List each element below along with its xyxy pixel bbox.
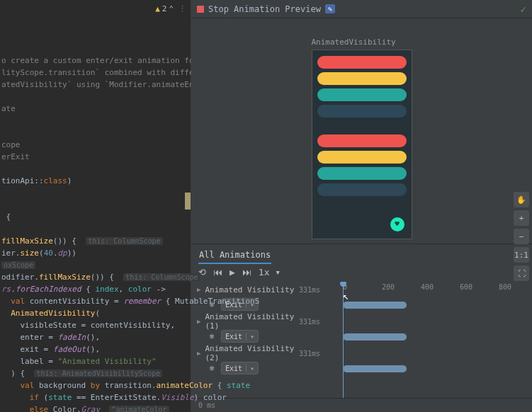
zoom-out-button[interactable]: − xyxy=(514,229,529,244)
bar-yellow-2 xyxy=(317,151,407,164)
stop-animation-button[interactable]: Stop Animation Preview xyxy=(208,4,321,14)
code-block[interactable]: o create a custom enter/exit animation f… xyxy=(0,42,191,412)
bar-slate xyxy=(317,105,407,118)
stop-icon[interactable] xyxy=(197,6,204,13)
track-item: ▶ Animated Visibility (2) 331ms ❄ Exit▾ xyxy=(197,347,326,374)
track-item: ▶ Animated Visibility (1) 331ms ❄ Exit▾ xyxy=(197,315,326,343)
bar-teal xyxy=(317,88,407,101)
preview-canvas[interactable]: AnimatedVisibility ♥ ✋ + − 1:1 ⛶ xyxy=(191,18,532,244)
chevron-right-icon: ▶ xyxy=(197,350,200,357)
playback-controls: ⟲ ⏮ ▶ ⏭ 1x ▾ xyxy=(191,264,532,282)
device-frame: ♥ xyxy=(312,50,412,239)
play-button[interactable]: ▶ xyxy=(230,267,235,277)
preview-pane: Stop Animation Preview ✎ ✓ AnimatedVisib… xyxy=(191,0,532,412)
step-forward-button[interactable]: ⏭ xyxy=(242,267,251,277)
timeline-ruler[interactable]: 0 200 400 600 800 1000 xyxy=(326,282,532,296)
device-preview: AnimatedVisibility ♥ xyxy=(312,38,412,239)
bar-yellow xyxy=(317,72,407,85)
tab-all-animations[interactable]: All Animations xyxy=(198,247,271,264)
bar-red xyxy=(317,56,407,69)
edit-icon[interactable]: ✎ xyxy=(325,4,335,13)
warning-icon: ▲ xyxy=(155,4,160,13)
bar-slate-2 xyxy=(317,183,407,196)
bar-teal-2 xyxy=(317,167,407,180)
preview-toolbar: Stop Animation Preview ✎ ✓ xyxy=(191,0,532,18)
zoom-in-button[interactable]: + xyxy=(514,210,529,226)
chevron-right-icon: ▶ xyxy=(197,286,200,293)
inspection-caret: ⌃ xyxy=(169,4,174,13)
state-selector[interactable]: Exit▾ xyxy=(221,362,259,374)
track-bar[interactable] xyxy=(343,333,407,341)
speed-selector[interactable]: 1x ▾ xyxy=(259,267,281,277)
preview-label: AnimatedVisibility xyxy=(312,38,412,47)
bar-red-2 xyxy=(317,135,407,147)
zoom-reset-button[interactable]: 1:1 xyxy=(514,247,529,263)
inspection-widget[interactable]: ▲ 2 ⌃ ⋮ xyxy=(155,4,186,13)
code-editor[interactable]: ▲ 2 ⌃ ⋮ o create a custom enter/exit ani… xyxy=(0,0,191,412)
fab-heart[interactable]: ♥ xyxy=(390,217,404,231)
inspection-menu-icon: ⋮ xyxy=(179,4,186,13)
pan-tool[interactable]: ✋ xyxy=(514,192,529,207)
track-header[interactable]: ▶ Animated Visibility (1) 331ms xyxy=(197,315,326,328)
freeze-icon[interactable]: ❄ xyxy=(207,363,217,373)
preview-side-tools: ✋ + − 1:1 ⛶ xyxy=(514,192,529,281)
cursor-icon: ↖ xyxy=(343,290,349,302)
state-selector[interactable]: Exit▾ xyxy=(221,330,259,343)
build-success-icon: ✓ xyxy=(521,4,526,15)
chevron-right-icon: ▶ xyxy=(197,318,200,325)
freeze-icon[interactable]: ❄ xyxy=(207,331,217,341)
track-bar[interactable] xyxy=(343,365,407,372)
track-header[interactable]: ▶ Animated Visibility (2) 331ms xyxy=(197,347,326,360)
timeline[interactable]: 0 200 400 600 800 1000 ↖ xyxy=(326,282,532,398)
warning-count: 2 xyxy=(162,4,167,13)
track-bar[interactable] xyxy=(343,302,407,309)
zoom-fit-button[interactable]: ⛶ xyxy=(514,265,529,281)
timeline-position: 0 ms xyxy=(191,398,532,412)
step-back-button[interactable]: ⏮ xyxy=(213,267,222,277)
track-header[interactable]: ▶ Animated Visibility 331ms xyxy=(197,283,326,296)
